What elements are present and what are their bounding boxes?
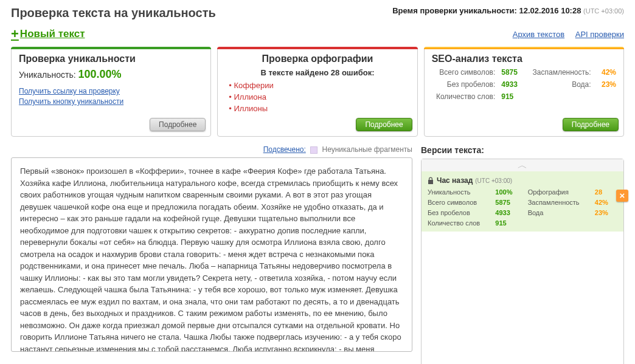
error-item: Иллионы [229,104,409,113]
api-link[interactable]: API проверки [575,30,624,39]
more-button[interactable]: Подробнее [356,118,412,131]
highlight-bar: Подсвечено: Неуникальные фрагменты [11,145,412,154]
lock-icon [428,177,434,184]
highlight-toggle-link[interactable]: Подсвечено: [263,145,306,154]
more-button[interactable]: Подробнее [150,118,206,131]
uniqueness-value: Уникальность: 100.00% [19,68,203,81]
highlight-swatch-icon [310,146,318,154]
top-links: Архив текстов API проверки [504,30,624,39]
version-stats: Уникальность100%Орфография28 Всего симво… [428,188,617,227]
seo-card: SEO-анализ текста Всего символов:5875Зас… [424,47,624,137]
close-icon[interactable]: × [616,190,628,202]
text-paragraph: Первый «звонок» произошел в «Кофферии», … [20,165,403,352]
card-title: Проверка уникальности [19,53,203,64]
error-list: Кофферии Иллиона Иллионы [225,81,409,113]
card-title: Проверка орфографии [225,53,409,64]
versions-panel: ︿ × Час назад (UTC +03:00) Уникальность1… [421,159,624,364]
error-item: Иллиона [229,92,409,101]
check-time: Время проверки уникальности: 12.02.2016 … [392,6,624,15]
error-count: В тексте найдено 28 ошибок: [225,68,409,77]
uniqueness-card: Проверка уникальности Уникальность: 100.… [11,47,211,137]
page-title: Проверка текста на уникальность [11,6,216,20]
archive-link[interactable]: Архив текстов [513,30,564,39]
text-content-box[interactable]: Первый «звонок» произошел в «Кофферии», … [11,157,412,352]
seo-stats: Всего символов:5875Заспамленность:42% Бе… [432,68,616,101]
more-button[interactable]: Подробнее [563,118,619,131]
chevron-up-icon: ︿ [518,160,527,170]
new-text-button[interactable]: + Новый текст [11,26,85,42]
error-item: Кофферии [229,81,409,90]
get-uniq-button-link[interactable]: Получить кнопку уникальности [19,97,203,106]
plus-icon: + [11,26,19,42]
version-item[interactable]: × Час назад (UTC +03:00) Уникальность100… [422,171,623,232]
version-header: Час назад (UTC +03:00) [428,176,617,185]
card-title: SEO-анализ текста [432,53,616,64]
scroll-up-button[interactable]: ︿ [422,159,623,171]
orthography-card: Проверка орфографии В тексте найдено 28 … [217,47,417,137]
get-check-link[interactable]: Получить ссылку на проверку [19,87,203,95]
versions-title: Версии текста: [421,145,624,155]
highlight-label: Неуникальные фрагменты [322,145,412,154]
